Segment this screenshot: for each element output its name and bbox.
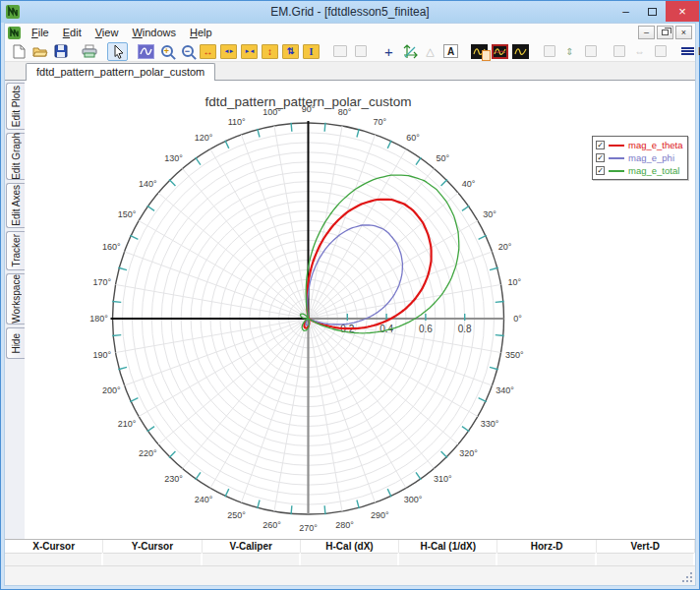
shrink-vertical-button[interactable]: ⇅ <box>280 42 301 61</box>
save-button[interactable] <box>50 42 71 61</box>
menu-item-help[interactable]: Help <box>183 26 219 39</box>
svg-text:40°: 40° <box>462 179 476 189</box>
cursor-table-header: X-CursorY-CursorV-CaliperH-Cal (dX)H-Cal… <box>5 540 695 553</box>
plot-style-edit-icon <box>471 44 488 59</box>
fit-vertical-button[interactable]: I <box>301 42 321 61</box>
legend-checkbox-mag_e_phi[interactable]: ✓ <box>596 153 605 162</box>
resize-grip[interactable] <box>690 580 692 582</box>
sidebar-item-label: Edit Axes <box>11 185 22 226</box>
legend-entry-mag_e_phi: ✓mag_e_phi <box>596 151 682 164</box>
fit-horizontal-button[interactable]: ►◄ <box>239 42 260 61</box>
plot-area: 0.20.40.60.80°10°20°30°40°50°60°70°80°90… <box>25 81 695 539</box>
cursor-column-header: X-Cursor <box>5 540 103 553</box>
client-area: FileEditViewWindowsHelp – × + − ↔ ◄► ►◄ … <box>4 23 696 586</box>
cursor-value-cell <box>5 553 103 565</box>
triangle-marker-icon: △ <box>426 45 434 58</box>
open-folder-icon <box>32 45 48 58</box>
svg-text:240°: 240° <box>195 495 213 504</box>
cursor-value-cell <box>399 553 497 565</box>
mdi-window-buttons: – × <box>638 26 695 39</box>
align-left-button <box>609 42 629 61</box>
space-vertical-button: ⇕ <box>559 42 580 61</box>
sidebar-item-label: Edit Plots <box>11 86 22 127</box>
cursor-readout-table: X-CursorY-CursorV-CaliperH-Cal (dX)H-Cal… <box>5 539 695 565</box>
fit-view-button[interactable] <box>136 42 156 61</box>
legend-line-sample <box>609 145 624 147</box>
cursor-value-cell <box>301 553 399 565</box>
expand-vertical-button[interactable]: ↕ <box>260 42 280 61</box>
menu-item-windows[interactable]: Windows <box>125 26 183 39</box>
title-bar: EM.Grid - [fdtdlesson5_finitea] – × <box>1 1 699 23</box>
align-left-icon <box>613 45 625 57</box>
legend-checkbox-mag_e_theta[interactable]: ✓ <box>596 141 605 149</box>
zoom-in-button[interactable]: + <box>156 42 177 61</box>
align-top-icon <box>544 45 555 57</box>
menu-item-edit[interactable]: Edit <box>56 26 88 39</box>
svg-text:190°: 190° <box>92 350 111 360</box>
menu-item-view[interactable]: View <box>88 26 126 39</box>
shrink-horizontal-button[interactable]: ◄► <box>218 42 239 61</box>
svg-text:250°: 250° <box>227 510 246 520</box>
mdi-restore-button[interactable] <box>657 26 673 39</box>
cursor-column-header: Vert-D <box>597 540 695 553</box>
sidebar-item-edit-axes[interactable]: Edit Axes <box>6 183 25 228</box>
sidebar-item-label: Tracker <box>11 234 22 267</box>
svg-text:130°: 130° <box>164 153 183 163</box>
align-right-icon <box>655 45 667 57</box>
legend-entry-mag_e_total: ✓mag_e_total <box>596 164 682 177</box>
cursor-crosshair-button[interactable]: + <box>379 42 399 61</box>
space-vertical-icon: ⇕ <box>565 46 573 57</box>
svg-text:10°: 10° <box>507 277 521 287</box>
legend-checkbox-mag_e_total[interactable]: ✓ <box>596 166 605 175</box>
maximize-icon <box>648 8 657 16</box>
svg-text:290°: 290° <box>371 510 389 520</box>
legend-label: mag_e_phi <box>628 152 674 163</box>
select-pointer-button[interactable] <box>107 42 128 61</box>
sidebar: Edit PlotsEdit GraphEdit AxesTrackerWork… <box>5 81 25 539</box>
svg-text:0.8: 0.8 <box>458 324 472 334</box>
document-logo-icon <box>8 27 21 39</box>
maximize-button[interactable] <box>639 1 666 22</box>
cursor-value-cell <box>497 553 596 565</box>
sidebar-item-edit-graph[interactable]: Edit Graph <box>6 133 25 180</box>
mdi-restore-icon <box>662 30 669 35</box>
mdi-close-button[interactable]: × <box>675 26 692 39</box>
print-button[interactable] <box>79 42 99 61</box>
text-annotation-button[interactable]: A <box>440 42 461 61</box>
align-top-button <box>539 42 559 61</box>
sidebar-item-hide[interactable]: Hide <box>6 327 25 359</box>
svg-text:300°: 300° <box>404 495 423 504</box>
edit-plot-style-button[interactable] <box>469 42 490 61</box>
plot-theme-button[interactable] <box>510 42 531 61</box>
new-file-button[interactable] <box>9 42 29 61</box>
sidebar-item-label: Edit Graph <box>11 133 22 180</box>
legend-line-sample <box>609 157 624 159</box>
sidebar-item-workspace[interactable]: Workspace <box>6 273 25 324</box>
sidebar-item-tracker[interactable]: Tracker <box>6 231 25 270</box>
svg-text:340°: 340° <box>496 385 514 395</box>
svg-text:140°: 140° <box>139 179 157 189</box>
svg-text:160°: 160° <box>102 242 121 252</box>
svg-text:200°: 200° <box>102 385 121 395</box>
sidebar-item-edit-plots[interactable]: Edit Plots <box>6 83 25 130</box>
fit-horizontal-icon: ►◄ <box>241 44 258 59</box>
open-file-button[interactable] <box>29 42 50 61</box>
svg-text:210°: 210° <box>118 419 137 429</box>
cursor-column-header: V-Caliper <box>203 540 301 553</box>
zoom-out-button[interactable]: − <box>177 42 198 61</box>
cursor-arrow-icon <box>112 44 124 59</box>
plot-colors-button[interactable] <box>490 42 510 61</box>
tracker-axes-button[interactable] <box>399 42 420 61</box>
close-button[interactable]: × <box>666 1 699 22</box>
mdi-minimize-button[interactable]: – <box>638 26 655 39</box>
menu-items: FileEditViewWindowsHelp <box>25 26 219 39</box>
svg-text:50°: 50° <box>437 153 450 163</box>
menu-item-file[interactable]: File <box>25 26 56 39</box>
expand-horizontal-button[interactable]: ↔ <box>198 42 218 61</box>
minimize-button[interactable]: – <box>612 1 639 22</box>
cursor-column-header: H-Cal (dX) <box>301 540 399 553</box>
layout-menu-button[interactable]: Layout ▾ <box>676 43 700 59</box>
svg-text:0.6: 0.6 <box>419 324 433 334</box>
tab-fdtd-pattern-polar-custom[interactable]: fdtd_pattern_pattern_polar_custom <box>26 63 215 81</box>
zoom-box-icon <box>355 45 367 57</box>
